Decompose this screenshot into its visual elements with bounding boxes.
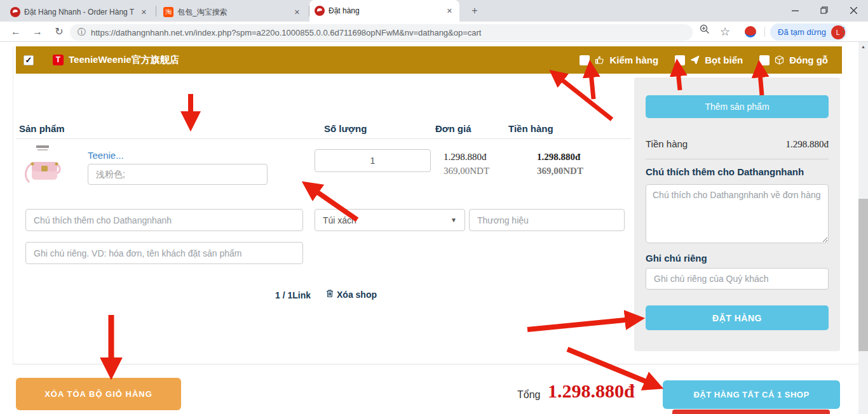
column-header-unit-price: Đơn giá bbox=[435, 123, 471, 134]
card-left-edge bbox=[13, 46, 13, 364]
bookmark-star-icon[interactable]: ☆ bbox=[717, 23, 733, 40]
header-divider bbox=[16, 138, 631, 139]
shop-note-input[interactable] bbox=[25, 209, 303, 231]
subtotal-row: Tiền hàng 1.298.880đ bbox=[646, 138, 829, 150]
unit-price-vnd: 1.298.880đ bbox=[444, 150, 489, 164]
option-bot-bien: Bọt biển bbox=[675, 55, 743, 65]
clear-cart-button[interactable]: XÓA TÒA BỘ GIỎ HÀNG bbox=[16, 378, 181, 410]
tab-taobao-search[interactable]: 淘 包包_淘宝搜索 ✕ bbox=[158, 3, 307, 22]
reload-icon[interactable]: ↻ bbox=[51, 23, 67, 40]
card-bottom-border bbox=[13, 364, 858, 364]
kiem-hang-checkbox[interactable] bbox=[580, 55, 590, 65]
subtotal-value: 1.298.880đ bbox=[786, 139, 829, 150]
tab-dat-hang-active[interactable]: Đặt hàng ✕ bbox=[309, 0, 459, 22]
option-dong-go: Đóng gỗ bbox=[759, 55, 828, 65]
brand-input[interactable] bbox=[469, 209, 625, 231]
package-icon bbox=[775, 55, 784, 65]
tmall-icon: T bbox=[53, 55, 64, 65]
private-note-input[interactable] bbox=[25, 242, 303, 264]
tab-title: Đặt hàng bbox=[329, 6, 441, 15]
tab-title: Đặt Hàng Nhanh - Order Hàng T bbox=[24, 8, 135, 17]
window-close-button[interactable] bbox=[843, 0, 864, 20]
links-count: 1 / 1Link bbox=[275, 290, 311, 300]
page-scrollbar[interactable]: ▲ bbox=[858, 42, 868, 414]
thumbs-up-icon bbox=[595, 55, 604, 65]
option-kiem-hang: Kiểm hàng bbox=[580, 55, 658, 65]
option-label[interactable]: Bọt biển bbox=[705, 55, 743, 65]
subtotal-label: Tiền hàng bbox=[646, 138, 688, 149]
tab-close-icon[interactable]: ✕ bbox=[445, 7, 454, 15]
site-favicon bbox=[315, 6, 325, 16]
product-image[interactable] bbox=[19, 142, 67, 191]
column-header-quantity: Số lượng bbox=[324, 123, 367, 134]
taobao-favicon: 淘 bbox=[163, 7, 173, 17]
unit-price: 1.298.880đ 369,00NDT bbox=[444, 150, 489, 178]
sidebar-divider bbox=[646, 159, 829, 159]
paper-plane-icon bbox=[690, 55, 700, 65]
window-minimize-button[interactable] bbox=[784, 0, 806, 20]
url-text: https://dathangnhanh.net.vn/index.php?sp… bbox=[91, 28, 482, 37]
bot-bien-checkbox[interactable] bbox=[675, 55, 685, 65]
line-total-vnd: 1.298.880đ bbox=[537, 150, 583, 164]
new-tab-button[interactable]: + bbox=[468, 4, 482, 18]
tab-close-icon[interactable]: ✕ bbox=[139, 8, 149, 17]
tab-dathangnhanh-home[interactable]: Đặt Hàng Nhanh - Order Hàng T ✕ bbox=[5, 3, 154, 22]
column-header-line-total: Tiền hàng bbox=[508, 123, 553, 134]
delete-shop-button[interactable]: Xóa shop bbox=[326, 289, 377, 300]
column-header-product: Sản phẩm bbox=[19, 123, 65, 134]
scrollbar-thumb[interactable] bbox=[858, 199, 868, 351]
toolbar-divider bbox=[764, 27, 765, 37]
tab-close-icon[interactable]: ✕ bbox=[292, 8, 302, 17]
sidebar-note-heading: Chú thích thêm cho Dathangnhanh bbox=[646, 166, 804, 177]
tab-separator bbox=[156, 6, 156, 17]
line-total-cny: 369,00NDT bbox=[537, 164, 583, 178]
category-select[interactable]: Túi xách ▼ bbox=[315, 209, 465, 231]
category-selected-value: Túi xách bbox=[323, 215, 356, 225]
scrollbar-up-icon[interactable]: ▲ bbox=[858, 43, 868, 51]
zoom-icon[interactable] bbox=[696, 23, 713, 40]
line-total: 1.298.880đ 369,00NDT bbox=[537, 150, 583, 178]
dong-go-checkbox[interactable] bbox=[759, 55, 770, 65]
hidden-red-button-edge[interactable] bbox=[672, 410, 830, 414]
delete-shop-label: Xóa shop bbox=[337, 290, 377, 300]
trash-icon bbox=[326, 289, 334, 300]
browser-toolbar: ← → ↻ ⓘ https://dathangnhanh.net.vn/inde… bbox=[0, 22, 868, 42]
option-label[interactable]: Đóng gỗ bbox=[789, 55, 828, 65]
page-info-icon[interactable]: ⓘ bbox=[78, 27, 86, 38]
sidebar-private-input[interactable] bbox=[646, 268, 829, 290]
sidebar-note-textarea[interactable] bbox=[646, 184, 829, 243]
order-all-shops-button[interactable]: ĐẶT HÀNG TẤT CẢ 1 SHOP bbox=[663, 380, 840, 409]
shop-name[interactable]: TeenieWeenie官方旗舰店 bbox=[69, 54, 179, 66]
back-icon[interactable]: ← bbox=[8, 23, 24, 40]
grand-total-label: Tổng bbox=[517, 389, 540, 401]
forward-icon[interactable]: → bbox=[29, 23, 46, 40]
order-button[interactable]: ĐẶT HÀNG bbox=[646, 305, 829, 330]
sidebar-private-heading: Ghi chú riêng bbox=[646, 253, 707, 264]
option-label[interactable]: Kiểm hàng bbox=[609, 55, 658, 65]
add-product-button[interactable]: Thêm sản phẩm bbox=[646, 95, 829, 118]
tab-title: 包包_淘宝搜索 bbox=[177, 7, 288, 18]
extension-icon[interactable] bbox=[745, 26, 756, 37]
sku-input[interactable] bbox=[88, 164, 268, 185]
address-bar[interactable]: ⓘ https://dathangnhanh.net.vn/index.php?… bbox=[70, 24, 693, 41]
quantity-input[interactable] bbox=[315, 149, 431, 172]
shop-service-options: Kiểm hàng Bọt biển Đóng gỗ bbox=[580, 55, 828, 65]
kebab-menu-icon[interactable]: ⋮ bbox=[835, 23, 851, 40]
sync-paused-label: Đã tạm dừng bbox=[778, 27, 826, 37]
window-restore-button[interactable] bbox=[813, 0, 835, 20]
shop-header-bar: ✓ T TeenieWeenie官方旗舰店 Kiểm hàng Bọt biển bbox=[16, 46, 842, 74]
tab-bar: Đặt Hàng Nhanh - Order Hàng T ✕ 淘 包包_淘宝搜… bbox=[0, 0, 868, 22]
site-favicon bbox=[10, 7, 20, 17]
shop-select-checkbox[interactable]: ✓ bbox=[24, 55, 34, 65]
grand-total-value: 1.298.880đ bbox=[548, 380, 635, 402]
product-name-link[interactable]: Teenie... bbox=[88, 150, 124, 161]
browser-window: Đặt Hàng Nhanh - Order Hàng T ✕ 淘 包包_淘宝搜… bbox=[0, 0, 868, 414]
order-summary-panel: Thêm sản phẩm Tiền hàng 1.298.880đ Chú t… bbox=[634, 77, 840, 351]
cart-page: ✓ T TeenieWeenie官方旗舰店 Kiểm hàng Bọt biển bbox=[0, 42, 858, 414]
chevron-down-icon: ▼ bbox=[451, 217, 457, 224]
unit-price-cny: 369,00NDT bbox=[444, 164, 489, 178]
